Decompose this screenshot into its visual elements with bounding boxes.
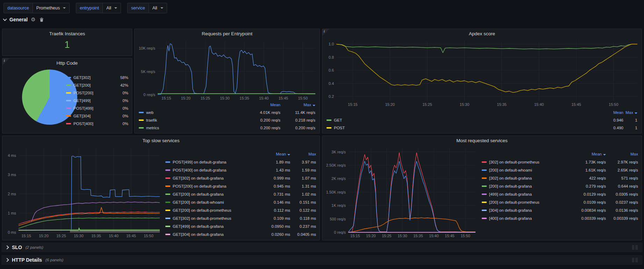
series-label[interactable]: GET[304] on default-grafana xyxy=(173,232,264,237)
series-label[interactable]: GET[304] xyxy=(73,114,114,118)
legend-item[interactable]: POST[200]0% xyxy=(66,89,128,97)
legend-sort-max[interactable]: Max xyxy=(623,110,637,115)
legend-item[interactable]: GET[302] on default-prometheus0.109 ms0.… xyxy=(165,214,316,222)
series-label[interactable]: [302] on default-grafana xyxy=(489,176,571,180)
series-label[interactable]: GET[200] on default-prometheus xyxy=(173,208,264,212)
legend-item[interactable]: web4.01K req/s11.4K req/s xyxy=(139,109,315,116)
legend-sort-mean[interactable]: Mean xyxy=(264,152,290,156)
legend-item[interactable]: [304] on default-grafana0.00834 req/s0.0… xyxy=(482,206,638,214)
series-label[interactable]: POST[200] xyxy=(73,91,114,95)
series-label[interactable]: GET[302] xyxy=(73,75,114,80)
legend-sort-mean[interactable]: Mean xyxy=(242,103,280,107)
legend-item[interactable]: POST0.4901 xyxy=(327,124,637,132)
series-label[interactable]: [400] on default-grafana xyxy=(489,216,571,220)
legend-item[interactable]: metrics0.200 req/s0.200 req/s xyxy=(139,124,315,132)
row-http-details[interactable]: HTTP Details (6 panels) ⣿⣿ xyxy=(1,255,643,265)
legend-item[interactable]: [302] on default-prometheus1.73K req/s2.… xyxy=(482,158,638,166)
legend-item[interactable]: GET[304] on default-grafana0.0260 ms0.04… xyxy=(165,230,316,238)
gear-icon[interactable]: ⚙ xyxy=(31,17,35,22)
row-general[interactable]: General ⚙ xyxy=(3,17,44,22)
legend-item[interactable]: GET[200] on default-prometheus0.112 ms0.… xyxy=(165,206,316,214)
legend-item[interactable]: POST[400]0% xyxy=(66,120,128,128)
panel-title-apdex-score[interactable]: Apdex score xyxy=(322,31,642,36)
legend-sort-mean[interactable]: Mean xyxy=(601,110,623,115)
panel-title-traefik-instances[interactable]: Traefik Instances xyxy=(2,31,132,36)
series-label[interactable]: POST[499] xyxy=(73,106,114,110)
variable-service-select[interactable]: All xyxy=(149,3,167,13)
legend-item[interactable]: GET[304]0% xyxy=(66,112,128,120)
legend-sort-max[interactable]: Max xyxy=(606,152,638,156)
drag-handle-icon[interactable]: ⣿⣿ xyxy=(631,257,638,262)
panel-title-http-code[interactable]: Http Code xyxy=(2,60,132,66)
legend-item[interactable]: POST[499] on default-grafana1.89 ms3.97 … xyxy=(165,158,316,166)
variable-datasource-select[interactable]: Prometheus xyxy=(33,3,70,13)
series-label[interactable]: web xyxy=(146,110,242,115)
series-max: 1.31 ms xyxy=(290,184,316,188)
series-label[interactable]: GET xyxy=(334,118,601,122)
legend-item[interactable]: [400] on default-grafana0.00339 req/s0.0… xyxy=(482,214,638,222)
legend-item[interactable]: GET0.9461 xyxy=(327,116,637,124)
variable-entrypoint-select[interactable]: All xyxy=(103,3,121,13)
legend-sort-max[interactable]: Max xyxy=(290,152,316,156)
legend-sort-max[interactable]: Max xyxy=(280,103,315,107)
legend-item[interactable]: POST[400] on default-grafana1.43 ms1.59 … xyxy=(165,166,316,174)
legend-item[interactable]: GET[499] on default-grafana0.0950 ms0.23… xyxy=(165,222,316,230)
series-label[interactable]: traefik xyxy=(146,118,242,122)
series-color-icon xyxy=(165,169,170,171)
most-requested-services-chart[interactable]: 15:1515:2015:2515:3015:3515:4015:4515:50… xyxy=(324,145,478,239)
row-title-slo[interactable]: SLO xyxy=(12,245,22,250)
chevron-down-icon xyxy=(114,7,117,9)
legend-item[interactable]: GET[302]58% xyxy=(66,74,128,81)
series-label[interactable]: POST[499] on default-grafana xyxy=(173,160,264,164)
series-label[interactable]: GET[200] on default-whoami xyxy=(173,200,264,204)
series-mean: 0.279 req/s xyxy=(571,184,606,188)
series-label[interactable]: metrics xyxy=(146,126,242,130)
dashboard-variables-bar: datasource Prometheus entrypoint All ser… xyxy=(3,3,167,13)
top-slow-services-chart[interactable]: 15:1515:2015:2515:3015:3515:4015:4515:50… xyxy=(5,145,163,239)
trash-icon[interactable] xyxy=(40,17,44,22)
panel-title-top-slow-services[interactable]: Top slow services xyxy=(2,138,320,143)
panel-title-most-requested-services[interactable]: Most requested services xyxy=(322,138,642,143)
series-label[interactable]: POST[400] on default-grafana xyxy=(173,168,264,172)
legend-item[interactable]: GET[200]42% xyxy=(66,81,128,89)
series-label[interactable]: POST[200] on default-grafana xyxy=(173,184,264,188)
legend-item[interactable]: traefik0.200 req/s0.218 req/s xyxy=(139,116,315,124)
legend-item[interactable]: [200] on default-prometheus0.0109 req/s0… xyxy=(482,198,638,206)
legend-item[interactable]: [302] on default-grafana422 req/s571 req… xyxy=(482,174,638,182)
series-label[interactable]: [200] on default-grafana xyxy=(489,184,571,188)
series-label[interactable]: [200] on default-prometheus xyxy=(489,200,571,204)
legend-item[interactable]: POST[200] on default-grafana0.945 ms1.31… xyxy=(165,182,316,190)
legend-item[interactable]: GET[499]0% xyxy=(66,97,128,104)
series-label[interactable]: POST[400] xyxy=(73,122,114,126)
legend-item[interactable]: POST[499]0% xyxy=(66,104,128,112)
requests-per-entrypoint-chart[interactable]: 15:1515:2015:2515:3015:3515:4015:4515:50… xyxy=(137,38,318,101)
series-label[interactable]: [302] on default-prometheus xyxy=(489,160,571,164)
series-label[interactable]: GET[499] on default-grafana xyxy=(173,224,264,228)
svg-text:0.4: 0.4 xyxy=(329,81,334,86)
legend-item[interactable]: GET[302] on default-grafana0.999 ms1.07 … xyxy=(165,174,316,182)
series-label[interactable]: [499] on default-grafana xyxy=(489,192,571,196)
legend-sort-mean[interactable]: Mean xyxy=(571,152,606,156)
drag-handle-icon[interactable]: ⣿⣿ xyxy=(631,245,638,250)
legend-item[interactable]: [200] on default-grafana0.279 req/s0.644… xyxy=(482,182,638,190)
legend-item[interactable]: [200] on default-whoami1.61K req/s2.65K … xyxy=(482,166,638,174)
legend-item[interactable]: GET[200] on default-whoami0.146 ms0.151 … xyxy=(165,198,316,206)
series-label[interactable]: [200] on default-whoami xyxy=(489,168,571,172)
series-label[interactable]: GET[200] xyxy=(73,83,114,87)
series-label[interactable]: GET[200] on default-grafana xyxy=(173,192,264,196)
apdex-score-chart[interactable]: 15:1515:2015:2515:3015:3515:4015:4515:50… xyxy=(324,38,640,107)
row-slo[interactable]: SLO (2 panels) ⣿⣿ xyxy=(1,242,643,252)
legend-item[interactable]: GET[200] on default-grafana0.731 ms1.02 … xyxy=(165,190,316,198)
series-max: 11.4K req/s xyxy=(280,110,315,115)
legend-item[interactable]: [499] on default-grafana0.0129 req/s0.03… xyxy=(482,190,638,198)
series-label[interactable]: GET[499] xyxy=(73,99,114,103)
series-label[interactable]: GET[302] on default-grafana xyxy=(173,176,264,180)
svg-text:15:45: 15:45 xyxy=(279,96,288,100)
series-label[interactable]: [304] on default-grafana xyxy=(489,208,571,212)
chevron-down-icon xyxy=(287,154,290,155)
series-label[interactable]: GET[302] on default-prometheus xyxy=(173,216,264,220)
row-title-general[interactable]: General xyxy=(9,17,28,22)
series-label[interactable]: POST xyxy=(334,126,601,130)
panel-title-requests-per-entrypoint[interactable]: Requests per Entrypoint xyxy=(135,31,320,36)
row-title-http-details[interactable]: HTTP Details xyxy=(12,257,42,263)
